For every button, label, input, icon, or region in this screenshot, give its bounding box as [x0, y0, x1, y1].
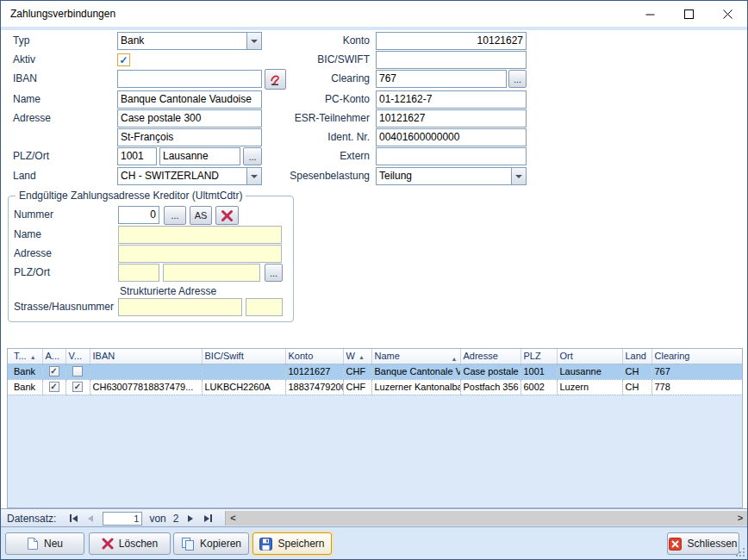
column-header-name[interactable]: Name: [371, 349, 460, 364]
cell-clearing[interactable]: 767: [651, 364, 742, 379]
iban-input[interactable]: [117, 70, 262, 88]
extern-input[interactable]: [376, 147, 527, 165]
adresse-line1-input[interactable]: Case postale 300: [117, 109, 262, 128]
cell-waehrung[interactable]: CHF: [343, 379, 371, 395]
column-header-ort[interactable]: Ort: [557, 349, 622, 364]
close-icon: [723, 9, 732, 19]
pc-konto-input[interactable]: 01-12162-7: [376, 90, 527, 109]
nummer-input[interactable]: 0: [118, 206, 159, 224]
next-record-button[interactable]: [182, 512, 199, 526]
loeschen-button[interactable]: Löschen: [89, 532, 171, 555]
horizontal-scrollbar[interactable]: [225, 511, 747, 526]
cell-typ[interactable]: Bank: [8, 379, 42, 395]
strasse-hausnummer-label: Strasse/Hausnummer: [14, 298, 114, 316]
cell-aktiv[interactable]: [42, 364, 65, 379]
neu-button[interactable]: Neu: [5, 532, 84, 555]
record-position-input[interactable]: 1: [103, 512, 142, 526]
cell-konto[interactable]: 10121627: [285, 364, 343, 379]
first-record-button[interactable]: [65, 512, 82, 526]
v-grid-checkbox[interactable]: [72, 366, 83, 376]
cell-adresse[interactable]: Case postale 300: [460, 364, 520, 379]
nummer-clear-button[interactable]: [215, 206, 239, 225]
cell-land[interactable]: CH: [622, 364, 651, 379]
table-row-selected[interactable]: Bank 10121627 CHF Banque Cantonale Vaudo…: [8, 364, 742, 379]
cell-name[interactable]: Banque Cantonale Vaudoise: [371, 364, 460, 379]
aktiv-grid-checkbox[interactable]: [49, 382, 59, 392]
close-button[interactable]: [708, 1, 747, 27]
column-header-land[interactable]: Land: [622, 349, 651, 364]
column-header-bic[interactable]: BIC/Swift: [202, 349, 285, 364]
esr-teilnehmer-input[interactable]: 10121627: [376, 109, 527, 128]
column-header-clearing[interactable]: Clearing: [651, 349, 742, 364]
column-header-v[interactable]: V...: [65, 349, 90, 364]
previous-record-button[interactable]: [82, 512, 99, 526]
ultmtcdtr-plz-input[interactable]: [118, 264, 159, 282]
cell-iban[interactable]: CH630077818837479...: [90, 379, 202, 395]
nummer-as-button[interactable]: AS: [190, 206, 212, 225]
aktiv-checkbox[interactable]: [117, 53, 130, 66]
name-input[interactable]: Banque Cantonale Vaudoise: [117, 90, 262, 109]
chevron-down-icon[interactable]: [246, 168, 261, 184]
spesenbelastung-select[interactable]: Teilung: [376, 167, 527, 185]
ultmtcdtr-name-input[interactable]: [118, 226, 282, 244]
cell-plz[interactable]: 6002: [520, 379, 557, 395]
cell-adresse[interactable]: Postfach 356: [460, 379, 520, 395]
cell-waehrung[interactable]: CHF: [343, 364, 371, 379]
plz-input[interactable]: 1001: [117, 147, 157, 165]
aktiv-grid-checkbox[interactable]: [49, 366, 59, 376]
window-title: Zahlungsverbindungen: [10, 8, 115, 20]
schliessen-button[interactable]: Schliessen: [667, 532, 739, 555]
clearing-input[interactable]: 767: [376, 70, 507, 88]
column-header-konto[interactable]: Konto: [285, 349, 343, 364]
last-record-button[interactable]: [199, 512, 216, 526]
strasse-input[interactable]: [118, 298, 242, 316]
konto-input[interactable]: 10121627: [376, 32, 527, 50]
cell-aktiv[interactable]: [42, 379, 65, 395]
column-header-plz[interactable]: PLZ: [520, 349, 557, 364]
ident-nr-input[interactable]: 00401600000000: [376, 128, 527, 146]
kopieren-button[interactable]: Kopieren: [173, 532, 249, 555]
cell-name[interactable]: Luzerner Kantonalbank: [371, 379, 460, 395]
typ-select[interactable]: Bank: [117, 32, 262, 50]
cell-ort[interactable]: Lausanne: [557, 364, 622, 379]
cell-land[interactable]: CH: [622, 379, 651, 395]
cell-v[interactable]: [65, 364, 90, 379]
adresse-line2-input[interactable]: St-François: [117, 128, 262, 146]
chevron-down-icon[interactable]: [246, 33, 261, 49]
cell-bic[interactable]: LUKBCH2260A: [202, 379, 285, 395]
minimize-button[interactable]: [631, 1, 670, 27]
cell-bic[interactable]: [202, 364, 285, 379]
speichern-button[interactable]: Speichern: [252, 532, 332, 555]
clearing-browse-button[interactable]: ...: [508, 70, 527, 88]
table-row[interactable]: Bank CH630077818837479... LUKBCH2260A 18…: [8, 379, 742, 395]
column-header-typ[interactable]: T...: [8, 349, 42, 364]
plz-ort-browse-button[interactable]: ...: [243, 147, 262, 165]
column-header-aktiv[interactable]: A...: [42, 349, 65, 364]
cell-plz[interactable]: 1001: [520, 364, 557, 379]
land-select[interactable]: CH - SWITZERLAND: [117, 167, 262, 185]
v-grid-checkbox[interactable]: [72, 382, 83, 392]
column-header-iban[interactable]: IBAN: [90, 349, 202, 364]
hausnummer-input[interactable]: [246, 298, 283, 316]
ultmtcdtr-plz-browse-button[interactable]: ...: [265, 264, 283, 282]
cell-v[interactable]: [65, 379, 90, 395]
nummer-browse-button[interactable]: ...: [164, 206, 186, 225]
ultmtcdtr-ort-input[interactable]: [163, 264, 260, 282]
scroll-left-icon[interactable]: [226, 511, 240, 526]
resize-grip[interactable]: [734, 546, 745, 557]
scroll-right-icon[interactable]: [733, 511, 747, 526]
new-page-icon: [27, 537, 39, 551]
cell-konto[interactable]: 18837479200: [285, 379, 343, 395]
cell-iban[interactable]: [90, 364, 202, 379]
cell-typ[interactable]: Bank: [8, 364, 42, 379]
typ-label: Typ: [13, 32, 29, 50]
cell-clearing[interactable]: 778: [651, 379, 742, 395]
bic-swift-input[interactable]: [376, 51, 527, 69]
column-header-waehrung[interactable]: W: [343, 349, 371, 364]
cell-ort[interactable]: Luzern: [557, 379, 622, 395]
chevron-down-icon[interactable]: [511, 168, 526, 184]
ort-input[interactable]: Lausanne: [159, 147, 240, 165]
maximize-button[interactable]: [670, 1, 708, 27]
column-header-adresse[interactable]: Adresse: [460, 349, 520, 364]
ultmtcdtr-adresse-input[interactable]: [118, 245, 282, 263]
